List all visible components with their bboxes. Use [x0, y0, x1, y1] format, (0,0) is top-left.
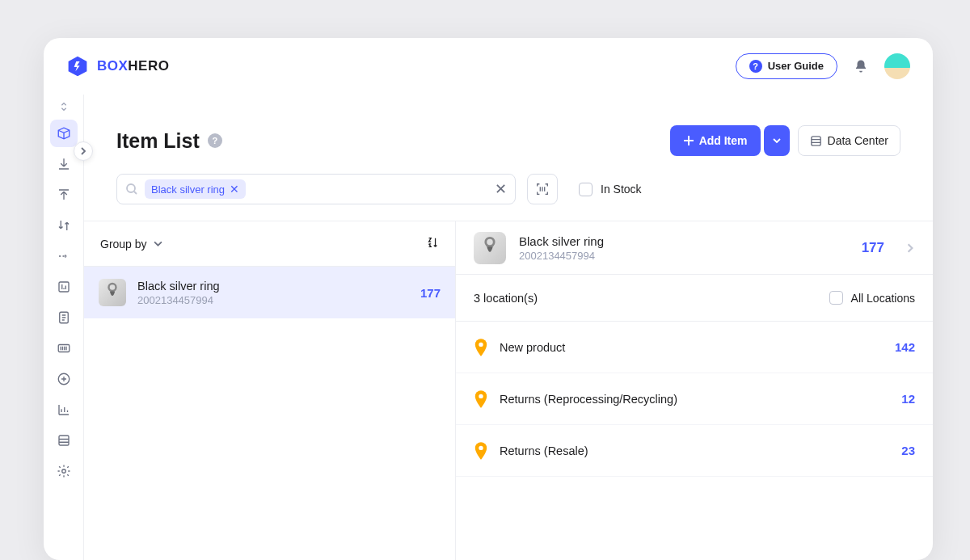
scan-barcode-button[interactable]	[527, 174, 558, 204]
sidebar-item-doc[interactable]	[50, 304, 78, 331]
add-item-label: Add Item	[699, 134, 748, 147]
all-locations-label: All Locations	[851, 292, 915, 305]
location-name: Returns (Reprocessing/Recycling)	[500, 393, 677, 406]
search-icon	[125, 183, 138, 196]
user-guide-button[interactable]: ? User Guide	[736, 53, 837, 79]
pin-icon	[474, 390, 488, 408]
search-input[interactable]: Black silver ring ✕ ✕	[116, 174, 516, 204]
list-item[interactable]: Black silver ring 2002134457994 177	[84, 267, 455, 318]
logo-text: BOXHERO	[97, 58, 169, 74]
page-title: Item List ?	[116, 129, 222, 153]
location-name: Returns (Resale)	[500, 444, 588, 457]
detail-total-quantity: 177	[862, 240, 884, 256]
item-quantity: 177	[420, 286, 441, 300]
in-stock-label: In Stock	[601, 183, 642, 196]
locations-count: 3 location(s)	[474, 292, 538, 305]
chip-remove-icon[interactable]: ✕	[230, 183, 239, 196]
detail-item-name: Black silver ring	[519, 234, 604, 248]
search-chip: Black silver ring ✕	[145, 179, 246, 199]
location-row[interactable]: New product 142	[456, 322, 933, 373]
app-window: BOXHERO ? User Guide	[44, 38, 933, 560]
add-item-button[interactable]: Add Item	[670, 125, 761, 156]
help-icon[interactable]: ?	[208, 133, 222, 148]
sidebar-item-stock-in[interactable]	[50, 150, 78, 178]
chevron-right-icon[interactable]	[905, 243, 915, 253]
pin-icon	[474, 442, 488, 460]
item-sku: 2002134457994	[137, 294, 220, 306]
checkbox-icon	[579, 183, 593, 196]
sidebar-item-settings[interactable]	[50, 457, 78, 485]
clear-search-icon[interactable]: ✕	[495, 180, 507, 198]
location-row[interactable]: Returns (Resale) 23	[456, 425, 933, 477]
sidebar-item-barcode[interactable]	[50, 335, 78, 362]
sort-az-icon	[426, 236, 439, 249]
sidebar-item-report[interactable]	[50, 273, 78, 301]
item-detail-panel: Black silver ring 2002134457994 177 3 lo…	[456, 221, 933, 560]
svg-point-11	[487, 238, 493, 245]
detail-item-sku: 2002134457994	[519, 250, 604, 262]
item-thumbnail	[474, 232, 506, 264]
user-guide-label: User Guide	[768, 60, 824, 72]
sidebar-item-stock-out[interactable]	[50, 181, 78, 208]
chevron-down-icon	[154, 239, 162, 248]
item-list-panel: Group by Black silver ring 2002134457994	[84, 221, 456, 560]
svg-rect-6	[811, 136, 820, 145]
chevron-down-icon	[773, 137, 781, 145]
svg-rect-0	[59, 282, 69, 292]
sidebar-item-adjust[interactable]	[50, 242, 78, 270]
sidebar-item-items[interactable]	[50, 120, 78, 147]
svg-point-5	[61, 469, 65, 474]
location-quantity: 23	[901, 444, 915, 457]
logo-mark-icon	[66, 55, 89, 78]
avatar[interactable]	[884, 53, 910, 79]
plus-icon	[683, 135, 694, 146]
data-center-icon	[810, 135, 822, 147]
svg-point-7	[127, 184, 135, 192]
pin-icon	[474, 339, 488, 356]
sidebar-item-list[interactable]	[50, 427, 78, 454]
data-center-label: Data Center	[828, 134, 888, 147]
add-item-dropdown[interactable]	[764, 125, 790, 156]
all-locations-filter[interactable]: All Locations	[829, 291, 915, 305]
expand-sidebar-button[interactable]	[74, 141, 93, 161]
checkbox-icon	[829, 291, 843, 305]
item-name: Black silver ring	[137, 280, 220, 293]
sidebar-item-transfer[interactable]	[50, 212, 78, 239]
svg-point-13	[479, 394, 483, 398]
help-icon: ?	[749, 60, 762, 73]
bell-icon[interactable]	[854, 59, 868, 74]
group-by-dropdown[interactable]: Group by	[100, 238, 162, 251]
location-name: New product	[500, 341, 565, 354]
chevron-right-icon	[79, 147, 87, 155]
sidebar	[44, 95, 84, 560]
logo[interactable]: BOXHERO	[66, 55, 169, 78]
group-by-label: Group by	[100, 238, 147, 251]
location-quantity: 12	[901, 392, 915, 406]
svg-rect-4	[59, 436, 69, 445]
data-center-button[interactable]: Data Center	[798, 125, 900, 156]
svg-point-12	[479, 342, 483, 346]
location-row[interactable]: Returns (Reprocessing/Recycling) 12	[456, 373, 933, 425]
sidebar-item-add[interactable]	[50, 365, 78, 393]
svg-point-9	[110, 284, 116, 290]
sidebar-item-analytics[interactable]	[50, 396, 78, 423]
svg-rect-2	[58, 345, 70, 352]
resize-handle-icon[interactable]	[58, 101, 70, 112]
location-quantity: 142	[895, 340, 915, 354]
scan-icon	[535, 182, 550, 196]
top-bar: BOXHERO ? User Guide	[44, 38, 933, 95]
in-stock-filter[interactable]: In Stock	[579, 183, 642, 196]
sort-button[interactable]	[426, 236, 439, 252]
svg-point-14	[479, 445, 483, 449]
search-chip-label: Black silver ring	[151, 183, 225, 196]
item-thumbnail	[99, 279, 126, 306]
content: Item List ? Add Item Data Center	[84, 95, 933, 560]
